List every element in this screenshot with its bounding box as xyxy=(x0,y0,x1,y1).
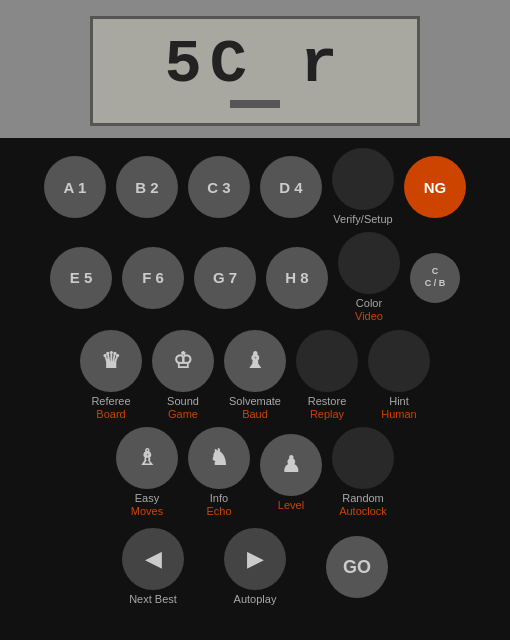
btn-circle-D4[interactable]: D 4 xyxy=(260,156,322,218)
autoplay-icon: ▶ xyxy=(247,546,264,572)
lcd-area: 5C r xyxy=(0,0,510,138)
next-best-icon: ◀ xyxy=(145,546,162,572)
btn-circle-G7[interactable]: G 7 xyxy=(194,247,256,309)
button-ccb[interactable]: CC / B xyxy=(410,253,460,303)
row-1: A 1 B 2 C 3 D 4 Verify/Setup NG xyxy=(44,148,466,226)
button-NG[interactable]: NG xyxy=(404,156,466,218)
label-random: Random Autoclock xyxy=(339,492,387,518)
btn-label-NG: NG xyxy=(424,179,447,196)
btn-circle-random[interactable] xyxy=(332,427,394,489)
label-restore: Restore Replay xyxy=(308,395,347,421)
btn-circle-go[interactable]: GO xyxy=(326,536,388,598)
btn-label-A1: A 1 xyxy=(64,179,87,196)
btn-circle-sound[interactable]: ♔ xyxy=(152,330,214,392)
button-B2[interactable]: B 2 xyxy=(116,156,178,218)
btn-circle-H8[interactable]: H 8 xyxy=(266,247,328,309)
button-hint[interactable]: Hint Human xyxy=(368,330,430,421)
go-label: GO xyxy=(343,557,371,578)
lcd-screen: 5C r xyxy=(90,16,420,126)
button-C3[interactable]: C 3 xyxy=(188,156,250,218)
btn-label-G7: G 7 xyxy=(213,269,237,286)
button-D4[interactable]: D 4 xyxy=(260,156,322,218)
button-H8[interactable]: H 8 xyxy=(266,247,328,309)
lcd-underbar xyxy=(230,100,280,108)
referee-icon: ♛ xyxy=(101,348,121,374)
label-hint: Hint Human xyxy=(381,395,416,421)
label-level: Level xyxy=(278,499,304,512)
button-solvemate[interactable]: ♝ Solvemate Baud xyxy=(224,330,286,421)
sound-icon: ♔ xyxy=(173,348,193,374)
button-random[interactable]: Random Autoclock xyxy=(332,427,394,518)
button-verify-setup[interactable]: Verify/Setup xyxy=(332,148,394,226)
label-autoplay: Autoplay xyxy=(234,593,277,606)
label-sound: Sound Game xyxy=(167,395,199,421)
btn-circle-next-best[interactable]: ◀ xyxy=(122,528,184,590)
row-5: ◀ Next Best ▶ Autoplay GO xyxy=(122,528,388,606)
button-A1[interactable]: A 1 xyxy=(44,156,106,218)
btn-circle-verify[interactable] xyxy=(332,148,394,210)
button-G7[interactable]: G 7 xyxy=(194,247,256,309)
btn-circle-color[interactable] xyxy=(338,232,400,294)
btn-label-B2: B 2 xyxy=(135,179,158,196)
label-color: Color Video xyxy=(355,297,383,323)
btn-label-C3: C 3 xyxy=(207,179,230,196)
row-2: E 5 F 6 G 7 H 8 Color Video xyxy=(50,232,460,323)
label-referee: Referee Board xyxy=(91,395,130,421)
button-info[interactable]: ♞ Info Echo xyxy=(188,427,250,518)
button-go[interactable]: GO xyxy=(326,536,388,598)
button-restore[interactable]: Restore Replay xyxy=(296,330,358,421)
btn-circle-info[interactable]: ♞ xyxy=(188,427,250,489)
button-autoplay[interactable]: ▶ Autoplay xyxy=(224,528,286,606)
btn-circle-level[interactable]: ♟ xyxy=(260,434,322,496)
btn-circle-restore[interactable] xyxy=(296,330,358,392)
lcd-display: 5C r xyxy=(165,34,346,96)
button-next-best[interactable]: ◀ Next Best xyxy=(122,528,184,606)
easy-icon: ♗ xyxy=(137,445,157,471)
btn-label-F6: F 6 xyxy=(142,269,164,286)
btn-circle-C3[interactable]: C 3 xyxy=(188,156,250,218)
btn-circle-hint[interactable] xyxy=(368,330,430,392)
btn-label-D4: D 4 xyxy=(279,179,302,196)
button-referee[interactable]: ♛ Referee Board xyxy=(80,330,142,421)
label-info: Info Echo xyxy=(206,492,231,518)
btn-circle-autoplay[interactable]: ▶ xyxy=(224,528,286,590)
level-icon: ♟ xyxy=(281,452,301,478)
button-easy[interactable]: ♗ Easy Moves xyxy=(116,427,178,518)
btn-label-E5: E 5 xyxy=(70,269,93,286)
btn-circle-solvemate[interactable]: ♝ xyxy=(224,330,286,392)
button-E5[interactable]: E 5 xyxy=(50,247,112,309)
btn-circle-ccb[interactable]: CC / B xyxy=(410,253,460,303)
label-solvemate: Solvemate Baud xyxy=(229,395,281,421)
label-next-best: Next Best xyxy=(129,593,177,606)
btn-circle-B2[interactable]: B 2 xyxy=(116,156,178,218)
btn-label-H8: H 8 xyxy=(285,269,308,286)
solvemate-icon: ♝ xyxy=(245,348,265,374)
btn-label-ccb: CC / B xyxy=(425,266,446,289)
button-color[interactable]: Color Video xyxy=(338,232,400,323)
btn-circle-F6[interactable]: F 6 xyxy=(122,247,184,309)
label-verify: Verify/Setup xyxy=(333,213,392,226)
button-F6[interactable]: F 6 xyxy=(122,247,184,309)
label-easy: Easy Moves xyxy=(131,492,163,518)
button-level[interactable]: ♟ Level xyxy=(260,434,322,512)
btn-circle-referee[interactable]: ♛ xyxy=(80,330,142,392)
buttons-area: A 1 B 2 C 3 D 4 Verify/Setup NG xyxy=(0,138,510,640)
row-3: ♛ Referee Board ♔ Sound Game ♝ Solvemate… xyxy=(80,330,430,421)
btn-circle-A1[interactable]: A 1 xyxy=(44,156,106,218)
info-icon: ♞ xyxy=(209,445,229,471)
btn-circle-easy[interactable]: ♗ xyxy=(116,427,178,489)
btn-circle-NG[interactable]: NG xyxy=(404,156,466,218)
btn-circle-E5[interactable]: E 5 xyxy=(50,247,112,309)
row-4: ♗ Easy Moves ♞ Info Echo ♟ Level xyxy=(116,427,394,518)
button-sound[interactable]: ♔ Sound Game xyxy=(152,330,214,421)
